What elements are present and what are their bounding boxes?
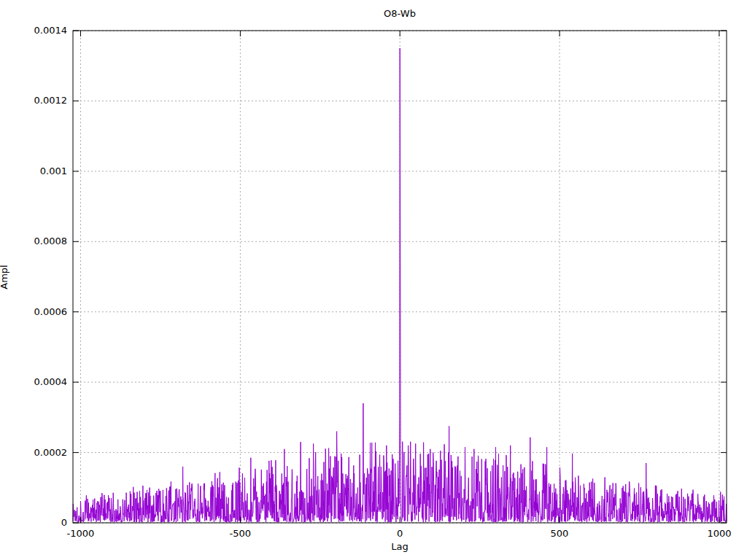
y-tick-label: 0.0012 <box>6 94 67 107</box>
x-tick-label: 1000 <box>690 527 747 540</box>
x-tick-label: -1000 <box>52 527 110 540</box>
x-tick-label: 0 <box>371 527 429 540</box>
y-tick-label: 0.001 <box>6 165 67 178</box>
x-tick-label: 500 <box>530 527 589 540</box>
x-axis-label: Lag <box>73 540 727 553</box>
y-tick-label: 0.0008 <box>6 235 67 248</box>
y-tick-label: 0.0002 <box>6 446 67 459</box>
chart-title: O8-Wb <box>73 7 727 20</box>
chart-canvas <box>0 0 747 560</box>
y-axis-label: Ampl <box>0 265 11 289</box>
x-tick-label: -500 <box>211 527 269 540</box>
correlation-chart: O8-Wb Ampl Lag 0 0.0002 0.0004 0.0006 0.… <box>0 0 747 560</box>
y-tick-label: 0.0014 <box>6 24 67 37</box>
data-series <box>73 48 727 522</box>
y-tick-label: 0.0004 <box>6 376 67 389</box>
y-tick-label: 0.0006 <box>6 306 67 319</box>
